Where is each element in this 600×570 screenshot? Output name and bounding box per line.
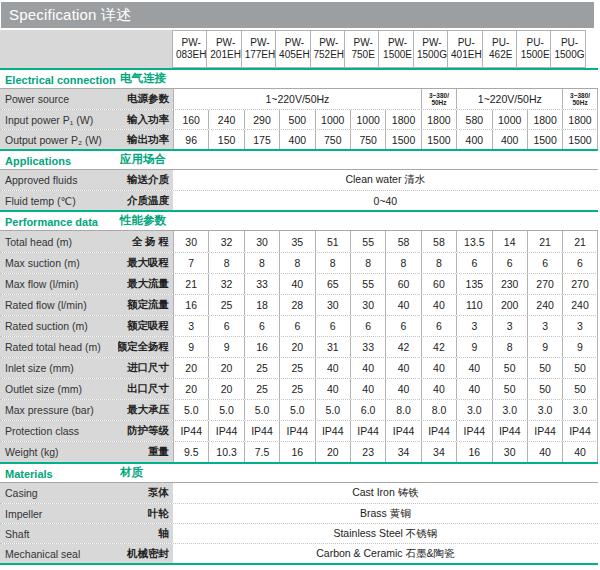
cell-value: 6 xyxy=(279,316,314,336)
cell-value: 40 xyxy=(385,379,420,399)
row-label-zh: 防护等级 xyxy=(118,421,173,441)
row-label-zh: 机械密封 xyxy=(118,544,173,563)
cell-value: 175 xyxy=(244,130,279,149)
cell-value: 40 xyxy=(421,358,456,378)
section-title-zh: 材质 xyxy=(118,465,143,480)
column-code: 1500E xyxy=(383,49,412,62)
cell-value: 9 xyxy=(208,337,243,357)
cell-value-line: 3~380/ xyxy=(570,92,590,99)
cell-value: 40 xyxy=(421,379,456,399)
column-prefix: PW- xyxy=(182,37,201,50)
cell-value: 1000 xyxy=(315,110,350,129)
cell-value: 65 xyxy=(315,274,350,294)
cell-value: 16 xyxy=(279,442,314,462)
row-label-en: Rated suction (m) xyxy=(0,316,118,336)
cell-value: 21 xyxy=(527,231,562,252)
row-label-en: Outlet size (mm) xyxy=(0,379,118,399)
section-title-en: Electrical connection xyxy=(0,74,118,86)
row-label-en: Fluid temp (℃) xyxy=(0,191,118,210)
cell-value: Clean water 清水 xyxy=(173,170,598,190)
section-header-2: Performance data性能参数 xyxy=(0,212,598,231)
table-row: Input power P₁ (W)输入功率160240290500100010… xyxy=(0,109,598,129)
row-label-zh: 重量 xyxy=(118,442,173,462)
cell-value: 1~220V/50Hz xyxy=(456,89,562,109)
cell-value: 7 xyxy=(173,253,208,273)
cell-value: 16 xyxy=(244,337,279,357)
table-row: Rated flow (l/min)额定流量162518283030404011… xyxy=(0,294,598,315)
cell-value: 40 xyxy=(350,358,385,378)
cell-value: 6 xyxy=(562,253,597,273)
cell-value: 42 xyxy=(421,337,456,357)
cell-value: 35 xyxy=(279,231,314,252)
cell-value: 13.5 xyxy=(456,231,491,252)
cell-value: 5.0 xyxy=(279,400,314,420)
cell-value: IP44 xyxy=(492,421,527,441)
column-prefix: PW- xyxy=(216,37,235,50)
cell-value: 18 xyxy=(244,295,279,315)
table-row: Casing泵体Cast Iron 铸铁 xyxy=(0,483,598,503)
column-code: 1500E xyxy=(521,49,550,62)
cell-value: 23 xyxy=(350,442,385,462)
cell-value: 3.0 xyxy=(492,400,527,420)
row-label-en: Casing xyxy=(0,483,118,503)
cell-value: 0~40 xyxy=(173,191,598,210)
section-divider-line xyxy=(0,563,598,565)
column-code: 462E xyxy=(489,49,512,62)
cell-value: 30 xyxy=(492,442,527,462)
section-header-1: Applications应用场合 xyxy=(0,151,598,170)
column-prefix: PU- xyxy=(458,37,475,50)
cell-value: Brass 黄铜 xyxy=(173,504,598,523)
row-label-zh: 叶轮 xyxy=(118,504,173,523)
cell-value: 25 xyxy=(279,358,314,378)
row-label-zh: 电源参数 xyxy=(118,89,173,109)
cell-value: 50 xyxy=(492,379,527,399)
cell-value: IP44 xyxy=(562,421,597,441)
cell-value: 290 xyxy=(244,110,279,129)
row-label-zh: 介质温度 xyxy=(118,191,173,210)
cell-value: 9.5 xyxy=(173,442,208,462)
row-label-zh: 出口尺寸 xyxy=(118,379,173,399)
cell-value: 6 xyxy=(244,316,279,336)
cell-value: 1000 xyxy=(350,110,385,129)
cell-value: 96 xyxy=(173,130,208,149)
cell-value: 8.0 xyxy=(421,400,456,420)
table-row: Fluid temp (℃)介质温度0~40 xyxy=(0,190,598,210)
cell-value: 7.5 xyxy=(244,442,279,462)
cell-value-line: 50Hz xyxy=(572,99,587,106)
spec-sheet: Specification 详述 PW-083EHPW-201EHPW-177E… xyxy=(0,0,600,570)
cell-value: 3.0 xyxy=(527,400,562,420)
cell-value: 50 xyxy=(527,358,562,378)
cell-value: 230 xyxy=(492,274,527,294)
cell-value: 1500 xyxy=(385,130,420,149)
row-label-zh: 最大吸程 xyxy=(118,253,173,273)
cell-value: 110 xyxy=(456,295,491,315)
cell-value: 58 xyxy=(421,231,456,252)
cell-value: 9 xyxy=(562,337,597,357)
cell-value: 20 xyxy=(279,337,314,357)
cell-value: 500 xyxy=(279,110,314,129)
section-header-0: Electrical connection电气连接 xyxy=(0,70,598,89)
cell-value: 8 xyxy=(385,253,420,273)
title-bar: Specification 详述 xyxy=(1,2,594,28)
table-row: Outlet size (mm)出口尺寸20202525404040404050… xyxy=(0,378,598,399)
cell-value: 25 xyxy=(279,379,314,399)
table-row: Approved fluids输送介质Clean water 清水 xyxy=(0,170,598,190)
cell-value: 400 xyxy=(492,130,527,149)
cell-value: IP44 xyxy=(385,421,420,441)
row-label-en: Approved fluids xyxy=(0,170,118,190)
cell-value: 150 xyxy=(208,130,243,149)
cell-value: 28 xyxy=(279,295,314,315)
cell-value: 9 xyxy=(456,337,491,357)
cell-value: 25 xyxy=(244,358,279,378)
cell-value: 400 xyxy=(456,130,491,149)
cell-value: 30 xyxy=(315,295,350,315)
cell-value: 3.0 xyxy=(562,400,597,420)
cell-value: 1800 xyxy=(385,110,420,129)
section-title-en: Performance data xyxy=(0,216,118,228)
column-prefix: PU- xyxy=(492,37,509,50)
cell-value: IP44 xyxy=(350,421,385,441)
cell-value: 240 xyxy=(562,295,597,315)
section-title-zh: 性能参数 xyxy=(118,213,166,228)
column-prefix: PW- xyxy=(354,37,373,50)
cell-value: 3.0 xyxy=(456,400,491,420)
